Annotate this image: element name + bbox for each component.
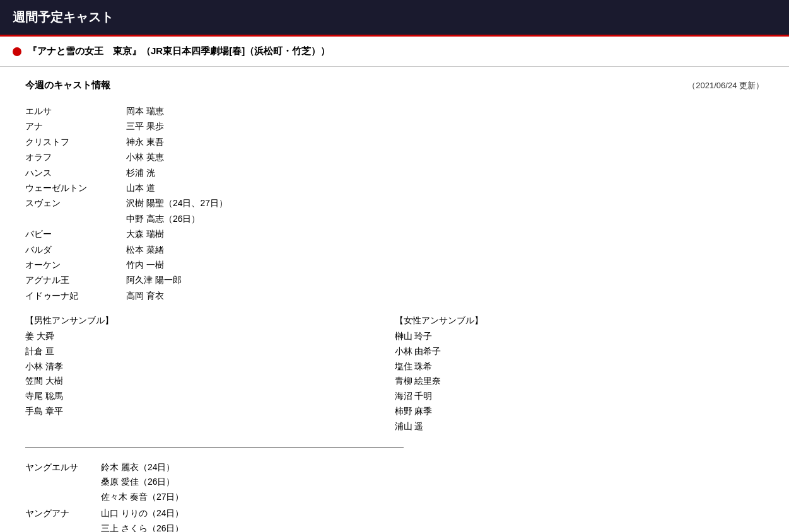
- cast-name: 杉浦 洸: [126, 166, 155, 180]
- cast-name: 松本 菜緒: [126, 243, 164, 257]
- cast-row: スヴェン沢樹 陽聖（24日、27日）: [25, 196, 764, 210]
- cast-name: 岡本 瑞恵: [126, 104, 164, 118]
- male-ensemble-member: 手島 章平: [25, 404, 395, 419]
- cast-name: 沢樹 陽聖（24日、27日）: [126, 196, 228, 210]
- cast-name: 大森 瑞樹: [126, 227, 164, 241]
- young-cast-section: ヤングエルサ鈴木 麗衣（24日）桑原 愛佳（26日）佐々木 奏音（27日）ヤング…: [25, 460, 764, 532]
- young-name: 桑原 愛佳（26日）: [101, 475, 184, 490]
- cast-role: スヴェン: [25, 196, 126, 210]
- young-name: 山口 りりの（24日）: [101, 506, 184, 521]
- young-name: 佐々木 奏音（27日）: [101, 490, 184, 505]
- page-title: 週間予定キャスト: [13, 9, 776, 26]
- male-ensemble-title: 【男性アンサンブル】: [25, 315, 395, 327]
- cast-role: バルダ: [25, 243, 126, 257]
- cast-role: オラフ: [25, 150, 126, 164]
- female-ensemble-member: 塩住 珠希: [395, 359, 764, 374]
- male-ensemble-member: 姜 大舜: [25, 329, 395, 344]
- cast-info-header: 今週のキャスト情報 （2021/06/24 更新）: [25, 79, 764, 91]
- section-divider: [25, 447, 404, 448]
- male-ensemble-member: 寺尾 聡馬: [25, 389, 395, 404]
- cast-row: エルサ岡本 瑞恵: [25, 104, 764, 118]
- cast-name: 山本 道: [126, 181, 155, 195]
- cast-role: ハンス: [25, 166, 126, 180]
- cast-name: 神永 東吾: [126, 135, 164, 149]
- female-ensemble-title: 【女性アンサンブル】: [395, 315, 764, 327]
- male-ensemble-member: 笠間 大樹: [25, 374, 395, 389]
- cast-row: クリストフ神永 東吾: [25, 135, 764, 149]
- show-title: 『アナと雪の女王 東京』（JR東日本四季劇場[春]（浜松町・竹芝））: [28, 45, 330, 57]
- female-ensemble-col: 【女性アンサンブル】 榊山 玲子小林 由希子塩住 珠希青柳 絵里奈海沼 千明柿野…: [395, 315, 764, 434]
- cast-row: オラフ小林 英恵: [25, 150, 764, 164]
- cast-role: ウェーゼルトン: [25, 181, 126, 195]
- cast-name: 阿久津 陽一郎: [126, 273, 182, 287]
- main-content: 今週のキャスト情報 （2021/06/24 更新） エルサ岡本 瑞恵アナ三平 果…: [0, 67, 789, 532]
- update-date: （2021/06/24 更新）: [687, 80, 764, 91]
- cast-row: ハンス杉浦 洸: [25, 166, 764, 180]
- female-ensemble-member: 榊山 玲子: [395, 329, 764, 344]
- cast-name: 三平 果歩: [126, 119, 164, 133]
- cast-name: 高岡 育衣: [126, 289, 164, 303]
- male-ensemble-col: 【男性アンサンブル】 姜 大舜計倉 亘小林 清孝笠間 大樹寺尾 聡馬手島 章平: [25, 315, 395, 434]
- female-ensemble-member: 海沼 千明: [395, 389, 764, 404]
- young-cast-row: ヤングエルサ鈴木 麗衣（24日）桑原 愛佳（26日）佐々木 奏音（27日）: [25, 460, 764, 505]
- young-names: 山口 りりの（24日）三上 さくら（26日）桑原 広佳（27日）: [101, 506, 184, 532]
- female-ensemble-member: 浦山 遥: [395, 419, 764, 434]
- title-dot-icon: [13, 47, 21, 56]
- cast-role: エルサ: [25, 104, 126, 118]
- cast-name: 小林 英恵: [126, 150, 164, 164]
- young-role: ヤングエルサ: [25, 460, 101, 505]
- cast-name: 中野 高志（26日）: [126, 212, 200, 226]
- female-ensemble-members: 榊山 玲子小林 由希子塩住 珠希青柳 絵里奈海沼 千明柿野 麻季浦山 遥: [395, 329, 764, 434]
- young-cast-row: ヤングアナ山口 りりの（24日）三上 さくら（26日）桑原 広佳（27日）: [25, 506, 764, 532]
- young-role: ヤングアナ: [25, 506, 101, 532]
- cast-role: クリストフ: [25, 135, 126, 149]
- female-ensemble-member: 青柳 絵里奈: [395, 374, 764, 389]
- cast-role: アナ: [25, 119, 126, 133]
- show-title-bar: 『アナと雪の女王 東京』（JR東日本四季劇場[春]（浜松町・竹芝））: [0, 37, 789, 67]
- cast-role: アグナル王: [25, 273, 126, 287]
- cast-row: イドゥーナ妃高岡 育衣: [25, 289, 764, 303]
- young-names: 鈴木 麗衣（24日）桑原 愛佳（26日）佐々木 奏音（27日）: [101, 460, 184, 505]
- young-name: 鈴木 麗衣（24日）: [101, 460, 184, 475]
- cast-row: アナ三平 果歩: [25, 119, 764, 133]
- male-ensemble-members: 姜 大舜計倉 亘小林 清孝笠間 大樹寺尾 聡馬手島 章平: [25, 329, 395, 419]
- male-ensemble-member: 計倉 亘: [25, 344, 395, 359]
- cast-row: バビー大森 瑞樹: [25, 227, 764, 241]
- cast-role: バビー: [25, 227, 126, 241]
- ensemble-section: 【男性アンサンブル】 姜 大舜計倉 亘小林 清孝笠間 大樹寺尾 聡馬手島 章平 …: [25, 315, 764, 434]
- cast-info-title: 今週のキャスト情報: [25, 79, 110, 91]
- cast-row: アグナル王阿久津 陽一郎: [25, 273, 764, 287]
- cast-table: エルサ岡本 瑞恵アナ三平 果歩クリストフ神永 東吾オラフ小林 英恵ハンス杉浦 洸…: [25, 104, 764, 303]
- cast-role: オーケン: [25, 258, 126, 272]
- cast-row: オーケン竹内 一樹: [25, 258, 764, 272]
- cast-row: ウェーゼルトン山本 道: [25, 181, 764, 195]
- cast-name: 竹内 一樹: [126, 258, 164, 272]
- cast-role: イドゥーナ妃: [25, 289, 126, 303]
- cast-row: 中野 高志（26日）: [25, 212, 764, 226]
- female-ensemble-member: 小林 由希子: [395, 344, 764, 359]
- page-header: 週間予定キャスト: [0, 0, 789, 37]
- young-name: 三上 さくら（26日）: [101, 521, 184, 532]
- cast-row: バルダ松本 菜緒: [25, 243, 764, 257]
- cast-role: [25, 212, 126, 226]
- female-ensemble-member: 柿野 麻季: [395, 404, 764, 419]
- male-ensemble-member: 小林 清孝: [25, 359, 395, 374]
